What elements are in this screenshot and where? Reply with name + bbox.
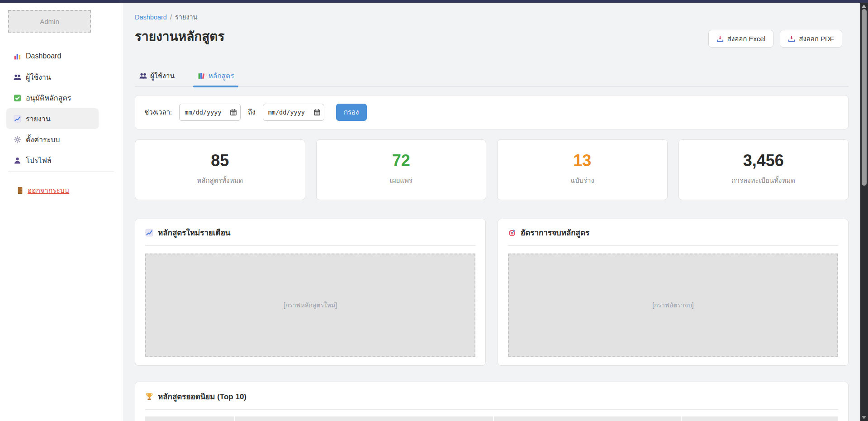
stat-label: ฉบับร่าง (498, 175, 667, 186)
tab-users[interactable]: ผู้ใช้งาน (135, 69, 179, 86)
scroll-down-arrow-icon[interactable] (862, 416, 866, 419)
stat-card-total-courses: 85 หลักสูตรทั้งหมด (135, 139, 305, 200)
stat-label: การลงทะเบียนทั้งหมด (679, 175, 849, 186)
line-chart-icon (14, 115, 21, 123)
chart-card-header: หลักสูตรใหม่รายเดือน (145, 226, 475, 239)
chart-title: หลักสูตรใหม่รายเดือน (158, 226, 231, 239)
target-icon (508, 229, 516, 237)
sidebar-divider (8, 172, 114, 172)
new-courses-chart-placeholder: [กราฟหลักสูตรใหม่] (145, 254, 475, 357)
sidebar-item-approve-courses[interactable]: อนุมัติหลักสูตร (6, 87, 99, 108)
calendar-icon[interactable] (313, 109, 321, 116)
stat-value: 3,456 (679, 153, 849, 169)
books-icon (198, 72, 205, 80)
date-to-wrapper (263, 104, 324, 121)
trophy-icon (145, 392, 153, 401)
stat-label: เผยแพร่ (317, 175, 486, 186)
export-pdf-label: ส่งออก PDF (799, 33, 834, 44)
stat-card-total-enrollments: 3,456 การลงทะเบียนทั้งหมด (678, 139, 849, 200)
scrollbar[interactable] (860, 3, 868, 421)
page-title: รายงานหลักสูตร (135, 26, 225, 46)
chart-card-new-courses: หลักสูตรใหม่รายเดือน [กราฟหลักสูตรใหม่] (135, 219, 486, 366)
stat-card-published: 72 เผยแพร่ (316, 139, 487, 200)
table-header-cell (145, 416, 234, 421)
completion-rate-chart-placeholder: [กราฟอัตราจบ] (508, 254, 838, 357)
popular-courses-table-header (145, 416, 838, 421)
chart-increasing-icon (145, 229, 153, 237)
sidebar-logo-placeholder: Admin (8, 10, 91, 33)
stat-cards: 85 หลักสูตรทั้งหมด 72 เผยแพร่ 13 ฉบับร่า… (135, 139, 849, 200)
date-to-label: ถึง (248, 107, 255, 118)
logout-link[interactable]: ออกจากระบบ (0, 183, 122, 197)
breadcrumb: Dashboard/รายงาน (135, 12, 198, 22)
date-range-label: ช่วงเวลา: (144, 107, 172, 118)
main-content: Dashboard/รายงาน รายงานหลักสูตร ส่งออก E… (123, 3, 860, 421)
sidebar: Admin Dashboard ผู้ใช้งาน อนุมัติหลักสูต… (0, 3, 122, 421)
tab-courses[interactable]: หลักสูตร (193, 69, 239, 86)
export-excel-button[interactable]: ส่งออก Excel (708, 30, 773, 48)
logout-label: ออกจากระบบ (28, 185, 69, 196)
date-from-wrapper (179, 104, 241, 121)
card-divider (145, 245, 475, 246)
download-icon (788, 35, 795, 43)
sidebar-item-label: ผู้ใช้งาน (26, 72, 51, 83)
sidebar-nav: Dashboard ผู้ใช้งาน อนุมัติหลักสูตร รายง… (0, 46, 122, 171)
sidebar-item-dashboard[interactable]: Dashboard (6, 46, 99, 67)
stat-value: 72 (317, 153, 486, 169)
users-icon (139, 72, 147, 80)
check-icon (14, 94, 21, 102)
scrollbar-thumb[interactable] (862, 9, 867, 186)
door-icon (16, 187, 24, 194)
logo-text: Admin (40, 18, 59, 25)
stat-card-drafts: 13 ฉบับร่าง (497, 139, 668, 200)
sidebar-item-settings[interactable]: ตั้งค่าระบบ (6, 129, 99, 150)
filter-button[interactable]: กรอง (336, 104, 367, 121)
sidebar-item-label: Dashboard (26, 52, 61, 60)
popular-courses-header: หลักสูตรยอดนิยม (Top 10) (145, 390, 838, 402)
download-icon (716, 35, 724, 43)
breadcrumb-dashboard-link[interactable]: Dashboard (135, 14, 167, 21)
scroll-up-arrow-icon[interactable] (862, 5, 866, 8)
calendar-icon[interactable] (230, 109, 237, 116)
sidebar-item-label: อนุมัติหลักสูตร (26, 92, 71, 104)
tab-bar: ผู้ใช้งาน หลักสูตร (135, 69, 849, 87)
sidebar-item-label: รายงาน (26, 113, 51, 124)
tab-label: ผู้ใช้งาน (150, 70, 175, 81)
stat-value: 85 (135, 153, 305, 169)
sidebar-item-users[interactable]: ผู้ใช้งาน (6, 67, 99, 87)
card-divider (145, 409, 838, 410)
stat-label: หลักสูตรทั้งหมด (135, 175, 305, 186)
sidebar-item-label: ตั้งค่าระบบ (26, 134, 60, 145)
breadcrumb-separator: / (170, 14, 172, 21)
export-excel-label: ส่งออก Excel (727, 33, 765, 44)
sidebar-item-profile[interactable]: โปรไฟล์ (6, 150, 99, 171)
export-pdf-button[interactable]: ส่งออก PDF (780, 30, 842, 48)
table-header-cell (494, 416, 681, 421)
popular-courses-card: หลักสูตรยอดนิยม (Top 10) (135, 382, 849, 421)
chart-cards: หลักสูตรใหม่รายเดือน [กราฟหลักสูตรใหม่] … (135, 219, 849, 366)
export-buttons: ส่งออก Excel ส่งออก PDF (708, 30, 842, 48)
person-icon (14, 157, 21, 164)
filter-bar: ช่วงเวลา: ถึง กรอง (135, 95, 849, 129)
breadcrumb-current: รายงาน (175, 14, 198, 21)
app-window: Admin Dashboard ผู้ใช้งาน อนุมัติหลักสูต… (0, 0, 868, 421)
browser-top-strip (0, 0, 868, 3)
sidebar-item-label: โปรไฟล์ (26, 155, 52, 166)
bar-chart-icon (14, 53, 21, 60)
chart-card-completion-rate: อัตราการจบหลักสูตร [กราฟอัตราจบ] (498, 219, 849, 366)
users-icon (14, 73, 21, 81)
tab-label: หลักสูตร (209, 70, 234, 81)
chart-card-header: อัตราการจบหลักสูตร (508, 226, 838, 239)
table-header-cell (235, 416, 493, 421)
popular-courses-title: หลักสูตรยอดนิยม (Top 10) (158, 390, 247, 402)
chart-title: อัตราการจบหลักสูตร (521, 226, 589, 239)
card-divider (508, 245, 838, 246)
table-header-cell (682, 416, 838, 421)
gear-icon (14, 136, 21, 144)
stat-value: 13 (498, 153, 667, 169)
sidebar-item-reports[interactable]: รายงาน (6, 108, 99, 129)
